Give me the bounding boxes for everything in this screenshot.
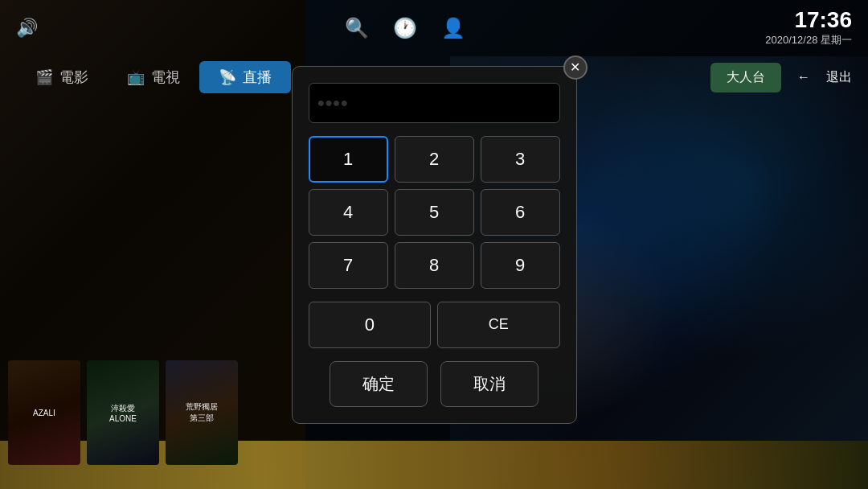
key-7[interactable]: 7 xyxy=(309,242,388,289)
pin-dialog: ✕ ●●●● 1 2 3 4 5 6 xyxy=(292,66,577,424)
key-7-label: 7 xyxy=(343,255,353,276)
dialog-action-buttons: 确定 取消 xyxy=(309,361,560,407)
key-1-label: 1 xyxy=(343,149,353,170)
pin-value: ●●●● xyxy=(317,96,349,110)
key-4[interactable]: 4 xyxy=(309,189,388,236)
close-icon: ✕ xyxy=(570,60,580,75)
key-0[interactable]: 0 xyxy=(309,302,432,348)
key-6-label: 6 xyxy=(515,202,525,223)
cancel-button[interactable]: 取消 xyxy=(440,361,538,407)
keypad-grid: 1 2 3 4 5 6 7 8 9 xyxy=(309,136,560,289)
key-0-label: 0 xyxy=(365,314,375,335)
dialog-close-button[interactable]: ✕ xyxy=(563,55,588,80)
key-5[interactable]: 5 xyxy=(395,189,474,236)
modal-overlay: ✕ ●●●● 1 2 3 4 5 6 xyxy=(0,0,868,489)
key-2[interactable]: 2 xyxy=(395,136,474,183)
key-ce-label: CE xyxy=(489,316,509,333)
key-6[interactable]: 6 xyxy=(481,189,560,236)
key-3-label: 3 xyxy=(515,149,525,170)
key-4-label: 4 xyxy=(343,202,353,223)
key-1[interactable]: 1 xyxy=(309,136,388,183)
key-9-label: 9 xyxy=(515,255,525,276)
key-8-label: 8 xyxy=(429,255,439,276)
key-ce[interactable]: CE xyxy=(437,302,560,348)
cancel-label: 取消 xyxy=(473,375,506,392)
pin-display: ●●●● xyxy=(309,83,560,123)
key-9[interactable]: 9 xyxy=(481,242,560,289)
key-3[interactable]: 3 xyxy=(481,136,560,183)
confirm-label: 确定 xyxy=(362,375,395,392)
confirm-button[interactable]: 确定 xyxy=(330,361,428,407)
key-8[interactable]: 8 xyxy=(395,242,474,289)
key-2-label: 2 xyxy=(429,149,439,170)
keypad-bottom-row: 0 CE xyxy=(309,302,560,348)
key-5-label: 5 xyxy=(429,202,439,223)
